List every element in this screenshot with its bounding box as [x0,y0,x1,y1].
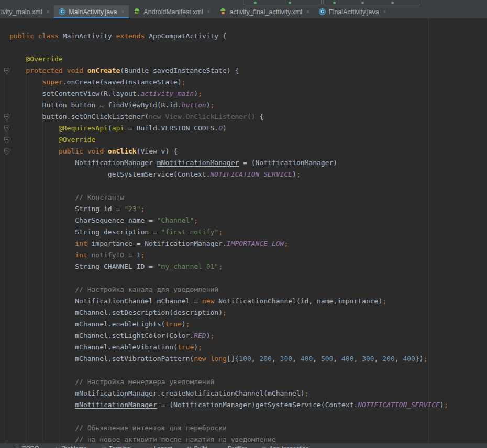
code-token [9,55,26,63]
editor-tab-activity-final-acttivity-xml[interactable]: ▦activity_final_acttivity.xml× [215,5,314,18]
code-token: super [42,78,63,86]
code-line-8[interactable]: button.setOnClickListener(new View.OnCli… [9,111,487,123]
code-token: ; [186,320,190,328]
code-token: ) [440,401,444,409]
code-line-1[interactable]: public class MainActivity extends AppCom… [9,30,487,42]
code-token: , [251,355,260,363]
code-token: = Build.VERSION_CODES. [124,124,218,132]
editor-tab-androidmanifest-xml[interactable]: MFAndroidManifest.xml× [129,5,215,18]
code-line-21[interactable]: String CHANNEL_ID = "my_channel_01"; [9,261,487,272]
tool-window-button-problems[interactable]: ⚠Problems [54,443,87,448]
code-line-30[interactable] [9,365,487,376]
code-line-32[interactable]: mNotificationManager.createNotificationC… [9,388,487,399]
code-line-6[interactable]: setContentView(R.layout.activity_main); [9,88,487,100]
tool-window-button-logcat[interactable]: ▤Logcat [146,443,172,448]
code-token [104,147,108,155]
code-line-28[interactable]: mChannel.enableVibration(true); [9,342,487,353]
tool-window-label: Profiler [228,445,247,448]
code-line-4[interactable]: protected void onCreate(Bundle savedInst… [9,65,487,77]
code-line-34[interactable] [9,411,487,422]
tool-window-button-todo[interactable]: ☰TODO [15,443,39,448]
tool-window-button-app-inspection[interactable]: ▦App Inspection [261,443,309,448]
code-token: , [272,355,280,363]
code-token [34,32,38,40]
tab-close-icon[interactable]: × [47,9,50,15]
android-layout-icon: ▦ [219,8,226,15]
code-token: ) [223,124,227,132]
code-line-15[interactable]: // Константы [9,192,487,203]
code-token [63,67,67,74]
code-token: @RequiresApi [59,124,108,132]
code-line-25[interactable]: mChannel.setDescription(description); [9,307,487,319]
code-token: "23" [124,205,140,213]
code-token: 300 [280,355,292,363]
code-token: ; [296,170,301,178]
tab-close-icon[interactable]: × [383,9,386,15]
code-token: ; [140,205,145,213]
code-line-35[interactable]: // Обьявление интентов для переброски [9,422,487,434]
code-token: getSystemService(Context. [9,170,211,178]
code-token: 500 [321,355,333,363]
code-token: ; [211,101,215,109]
code-line-9[interactable]: @RequiresApi(api = Build.VERSION_CODES.O… [9,123,487,134]
code-line-3[interactable]: @Override [9,53,487,65]
code-line-23[interactable]: // Настройка канала для уведомлений [9,284,487,296]
tab-close-icon[interactable]: × [207,9,211,15]
code-token: // Настройка канала для уведомлений [75,286,218,293]
code-line-17[interactable]: CharSequence name = "Channel"; [9,215,487,226]
code-token: notifyID [92,251,125,259]
code-token: // на новое активити после нажатия на ув… [75,435,276,443]
code-editor[interactable]: public class MainActivity extends AppCom… [0,18,487,443]
code-token: AppCompatActivity { [145,32,227,40]
code-line-10[interactable]: @Override [9,134,487,146]
tool-window-button-build[interactable]: ⚒Build [186,443,207,448]
android-manifest-icon: MF [134,8,140,15]
code-line-33[interactable]: mNotificationManager = (NotificationMana… [9,399,487,411]
code-line-7[interactable]: Button button = findViewById(R.id.button… [9,100,487,111]
editor-tab-ivity-main-xml[interactable]: ivity_main.xml× [0,5,54,18]
code-line-2[interactable] [9,42,487,53]
editor-tab-finalacttivity-java[interactable]: CFinalActtivity.java× [314,5,391,18]
code-token: String id = [9,205,124,213]
code-token: ; [284,239,288,247]
tab-label: AndroidManifest.xml [143,8,203,16]
code-token: new View.OnClickListener() [149,113,256,121]
code-line-14[interactable] [9,180,487,192]
code-line-36[interactable]: // на новое активити после нажатия на ув… [9,434,487,443]
code-token: ; [382,297,386,305]
code-line-5[interactable]: super.onCreate(savedInstanceState); [9,77,487,88]
code-line-22[interactable] [9,272,487,284]
code-token: ; [218,228,223,236]
code-line-29[interactable]: mChannel.setVibrationPattern(new long[]{… [9,353,487,365]
tab-close-icon[interactable]: × [306,9,309,15]
run-controls-group[interactable] [323,0,420,5]
tool-window-button-terminal[interactable]: ▣Terminal [102,443,132,448]
code-line-12[interactable]: NotificationManager mNotificationManager… [9,157,487,169]
code-token: "first notify" [161,228,219,236]
editor-tab-mainactivity-java[interactable]: CMainActivity.java× [54,5,129,18]
code-token: Button button = findViewById(R.id. [9,101,182,109]
app-inspection-icon: ▦ [261,446,266,448]
code-token: String CHANNEL_ID = [9,263,157,270]
code-token [9,378,75,386]
code-line-31[interactable]: // Настройка менеджера уведомлений [9,376,487,388]
code-token [9,67,26,74]
code-line-26[interactable]: mChannel.enableLights(true); [9,319,487,330]
code-token: MainActivity [59,32,116,40]
code-line-16[interactable]: String id = "23"; [9,203,487,215]
code-token: NOTIFICATION_SERVICE [358,401,440,409]
code-line-19[interactable]: int importance = NotificationManager.IMP… [9,238,487,249]
code-line-11[interactable]: public void onClick(View v) { [9,146,487,157]
tool-window-label: App Inspection [269,445,309,448]
code-line-13[interactable]: getSystemService(Context.NOTIFICATION_SE… [9,169,487,180]
tool-window-button-profiler[interactable]: ◔Profiler [222,443,247,448]
code-line-18[interactable]: String description = "first notify"; [9,226,487,238]
code-line-20[interactable]: int notifyID = 1; [9,249,487,261]
code-line-24[interactable]: NotificationChannel mChannel = new Notif… [9,296,487,307]
tab-close-icon[interactable]: × [121,9,125,15]
code-area[interactable]: public class MainActivity extends AppCom… [0,18,487,443]
profiler-icon: ◔ [222,446,225,448]
code-token: public [59,147,83,155]
code-token [9,239,75,247]
code-line-27[interactable]: mChannel.setLightColor(Color.RED); [9,330,487,342]
